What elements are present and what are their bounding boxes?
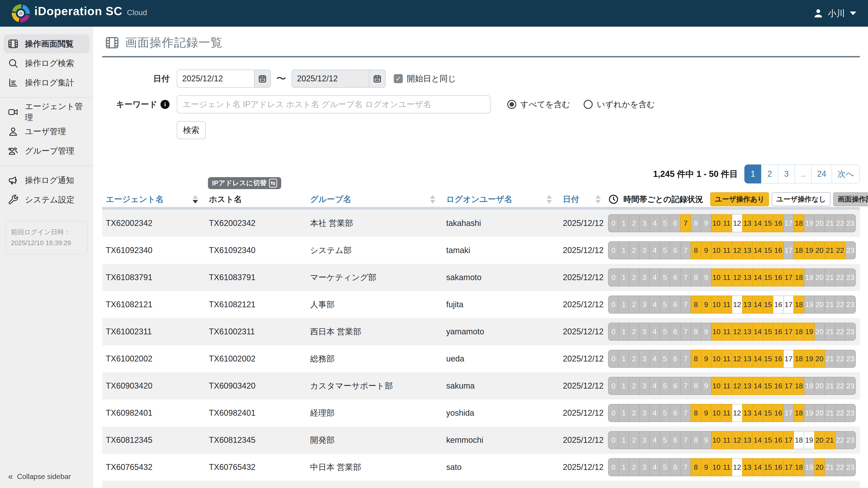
user-menu[interactable]: 小川 bbox=[813, 8, 856, 19]
hour-cell[interactable]: 22 bbox=[835, 458, 846, 476]
table-row[interactable]: TX60765432 TX60765432 中日本 営業部 sato 2025/… bbox=[102, 454, 860, 481]
hour-cell[interactable]: 14 bbox=[752, 214, 763, 232]
hour-cell[interactable]: 8 bbox=[690, 268, 702, 287]
hour-cell[interactable]: 19 bbox=[804, 350, 815, 368]
hour-cell[interactable]: 4 bbox=[649, 458, 660, 476]
hour-cell[interactable]: 6 bbox=[670, 295, 681, 314]
hour-cell[interactable]: 21 bbox=[825, 404, 835, 422]
hour-cell[interactable]: 13 bbox=[742, 458, 753, 476]
hour-cell[interactable]: 4 bbox=[649, 350, 660, 368]
hour-cell[interactable]: 23 bbox=[845, 295, 856, 314]
hour-cell[interactable]: 19 bbox=[804, 377, 815, 395]
sidebar-item-search[interactable]: 操作ログ検索 bbox=[4, 54, 90, 73]
hour-cell[interactable]: 7 bbox=[680, 350, 691, 368]
sidebar-item-megaphone[interactable]: 操作ログ通知 bbox=[4, 171, 90, 190]
hour-cell[interactable]: 23 bbox=[845, 431, 856, 449]
hour-cell[interactable]: 16 bbox=[773, 214, 784, 232]
hour-cell[interactable]: 8 bbox=[690, 458, 702, 476]
hour-cell[interactable]: 10 bbox=[711, 350, 722, 368]
table-row[interactable]: TX60982401 TX60982401 経理部 yoshida 2025/1… bbox=[102, 399, 860, 427]
hour-cell[interactable]: 4 bbox=[649, 404, 660, 422]
hour-cell[interactable]: 8 bbox=[690, 431, 702, 449]
hour-cell[interactable]: 12 bbox=[732, 458, 743, 476]
hour-cell[interactable]: 15 bbox=[763, 295, 774, 314]
hour-cell[interactable]: 20 bbox=[814, 295, 825, 314]
hour-cell[interactable]: 3 bbox=[639, 295, 650, 314]
hour-cell[interactable]: 4 bbox=[649, 268, 660, 287]
match-all-radio[interactable]: すべてを含む bbox=[507, 99, 570, 110]
hour-cell[interactable]: 18 bbox=[794, 431, 804, 449]
hour-cell[interactable]: 7 bbox=[680, 431, 691, 449]
hour-cell[interactable]: 19 bbox=[804, 241, 815, 259]
sidebar-item-chart[interactable]: 操作ログ集計 bbox=[4, 73, 90, 92]
hour-cell[interactable]: 15 bbox=[763, 323, 774, 341]
sort-arrows-date[interactable] bbox=[595, 195, 601, 203]
hour-cell[interactable]: 8 bbox=[690, 377, 702, 395]
hour-cell[interactable]: 23 bbox=[845, 377, 856, 395]
hour-cell[interactable]: 9 bbox=[701, 404, 712, 422]
hour-cell[interactable]: 12 bbox=[732, 404, 743, 422]
hour-cell[interactable]: 10 bbox=[711, 295, 722, 314]
hour-cell[interactable]: 7 bbox=[680, 323, 691, 341]
hour-cell[interactable]: 3 bbox=[639, 323, 650, 341]
hour-cell[interactable]: 13 bbox=[742, 404, 753, 422]
hour-cell[interactable]: 4 bbox=[649, 431, 660, 449]
table-row[interactable]: TX60812345 TX60812345 開発部 kemmochi 2025/… bbox=[102, 427, 860, 454]
hour-cell[interactable]: 6 bbox=[670, 241, 681, 259]
hour-cell[interactable]: 21 bbox=[825, 214, 835, 232]
hour-cell[interactable]: 23 bbox=[845, 458, 856, 476]
hour-cell[interactable]: 0 bbox=[608, 458, 619, 476]
hour-cell[interactable]: 22 bbox=[835, 431, 846, 449]
hour-cell[interactable]: 15 bbox=[763, 404, 774, 422]
hour-cell[interactable]: 17 bbox=[783, 377, 794, 395]
hour-cell[interactable]: 8 bbox=[690, 323, 702, 341]
hour-cell[interactable]: 16 bbox=[773, 268, 784, 287]
hour-cell[interactable]: 12 bbox=[732, 295, 743, 314]
hour-cell[interactable]: 13 bbox=[742, 350, 753, 368]
hour-cell[interactable]: 23 bbox=[845, 323, 856, 341]
hour-cell[interactable]: 2 bbox=[629, 404, 640, 422]
column-header-logon[interactable]: ログオンユーザ名 bbox=[442, 192, 559, 207]
hour-cell[interactable]: 21 bbox=[825, 295, 835, 314]
hour-cell[interactable]: 7 bbox=[680, 377, 691, 395]
hour-cell[interactable]: 5 bbox=[659, 404, 671, 422]
hour-cell[interactable]: 23 bbox=[845, 404, 856, 422]
hour-cell[interactable]: 18 bbox=[794, 404, 804, 422]
hour-cell[interactable]: 12 bbox=[732, 241, 743, 259]
hour-cell[interactable]: 3 bbox=[639, 214, 650, 232]
search-button[interactable]: 検索 bbox=[177, 121, 206, 139]
hour-cell[interactable]: 7 bbox=[680, 241, 691, 259]
hour-cell[interactable]: 16 bbox=[773, 323, 784, 341]
pagination-button[interactable]: 3 bbox=[778, 164, 795, 184]
hour-cell[interactable]: 22 bbox=[835, 350, 846, 368]
hour-cell[interactable]: 23 bbox=[845, 214, 856, 232]
switch-to-ip-button[interactable]: IPアドレスに切替 ⇆ bbox=[208, 177, 281, 189]
hour-cell[interactable]: 11 bbox=[721, 295, 732, 314]
hour-cell[interactable]: 14 bbox=[752, 431, 763, 449]
hour-cell[interactable]: 16 bbox=[773, 404, 784, 422]
hour-cell[interactable]: 20 bbox=[814, 214, 825, 232]
hour-cell[interactable]: 2 bbox=[629, 214, 640, 232]
table-row[interactable]: TX60903420 TX60903420 カスタマーサポート部 sakuma … bbox=[102, 372, 860, 399]
hour-cell[interactable]: 0 bbox=[608, 404, 619, 422]
hour-cell[interactable]: 19 bbox=[804, 458, 815, 476]
hour-cell[interactable]: 1 bbox=[618, 295, 629, 314]
hour-cell[interactable]: 0 bbox=[608, 268, 619, 287]
hour-cell[interactable]: 22 bbox=[835, 323, 846, 341]
column-header-date[interactable]: 日付 bbox=[559, 192, 608, 207]
hour-cell[interactable]: 5 bbox=[659, 214, 671, 232]
sidebar-item-camera[interactable]: エージェント管理 bbox=[4, 103, 90, 122]
hour-cell[interactable]: 11 bbox=[721, 214, 732, 232]
sidebar-item-users[interactable]: グループ管理 bbox=[4, 141, 90, 160]
hour-cell[interactable]: 9 bbox=[701, 295, 712, 314]
hour-cell[interactable]: 20 bbox=[814, 268, 825, 287]
column-header-agent[interactable]: エージェント名 bbox=[102, 192, 205, 207]
hour-cell[interactable]: 3 bbox=[639, 377, 650, 395]
hour-cell[interactable]: 6 bbox=[670, 350, 681, 368]
sort-arrows-agent[interactable] bbox=[193, 195, 198, 203]
hour-cell[interactable]: 11 bbox=[721, 458, 732, 476]
hour-cell[interactable]: 2 bbox=[629, 323, 640, 341]
hour-cell[interactable]: 15 bbox=[763, 214, 774, 232]
hour-cell[interactable]: 7 bbox=[680, 295, 691, 314]
hour-cell[interactable]: 9 bbox=[701, 214, 712, 232]
